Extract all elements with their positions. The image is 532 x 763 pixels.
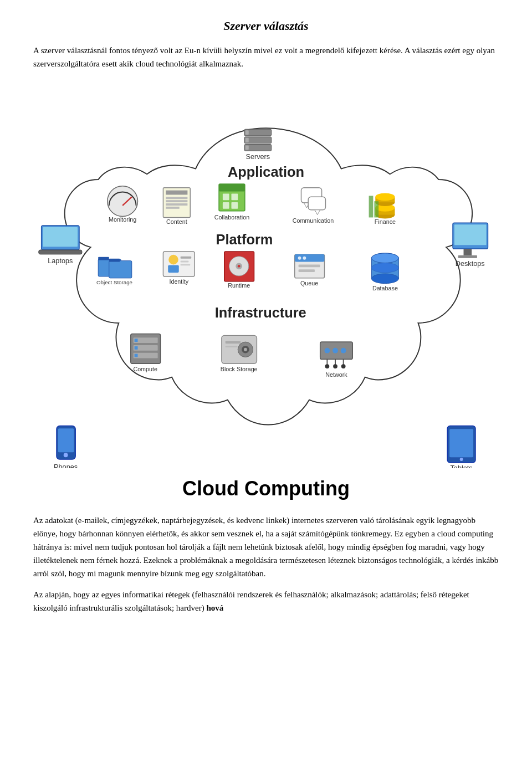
svg-rect-60 bbox=[163, 252, 195, 276]
svg-rect-87 bbox=[135, 339, 138, 342]
page-title: Szerver választás bbox=[33, 17, 499, 35]
svg-rect-53 bbox=[374, 201, 378, 217]
intro-paragraph: A szerver választásnál fontos tényező vo… bbox=[33, 44, 499, 70]
svg-text:Compute: Compute bbox=[133, 366, 157, 372]
compute-icon: Compute bbox=[131, 334, 161, 372]
svg-text:Network: Network bbox=[325, 371, 347, 378]
svg-point-70 bbox=[238, 265, 241, 268]
cloud-diagram: Servers Laptops Desktops Phones bbox=[33, 80, 499, 468]
svg-rect-77 bbox=[299, 269, 315, 272]
svg-point-107 bbox=[325, 364, 329, 368]
svg-rect-58 bbox=[109, 259, 120, 262]
svg-rect-14 bbox=[458, 255, 477, 258]
svg-point-75 bbox=[303, 257, 306, 260]
object-storage-icon: Object Storage bbox=[96, 257, 132, 285]
svg-text:Runtime: Runtime bbox=[228, 282, 250, 289]
svg-point-24 bbox=[108, 186, 138, 217]
desktops-group: Desktops bbox=[453, 223, 488, 268]
svg-text:Communication: Communication bbox=[293, 217, 334, 224]
svg-text:Desktops: Desktops bbox=[456, 260, 485, 268]
svg-rect-3 bbox=[245, 138, 249, 142]
svg-rect-29 bbox=[166, 197, 187, 199]
svg-rect-35 bbox=[219, 184, 245, 192]
svg-rect-9 bbox=[39, 250, 82, 254]
svg-rect-63 bbox=[181, 257, 192, 259]
svg-point-96 bbox=[244, 348, 247, 351]
platform-label: Platform bbox=[216, 232, 273, 247]
svg-rect-13 bbox=[464, 249, 472, 255]
laptops-group: Laptops bbox=[39, 226, 82, 265]
svg-rect-76 bbox=[299, 264, 320, 267]
svg-rect-28 bbox=[166, 191, 187, 195]
svg-text:Content: Content bbox=[166, 218, 187, 225]
svg-rect-21 bbox=[449, 429, 473, 457]
svg-text:Finance: Finance bbox=[375, 218, 396, 225]
infrastructure-label: Infrastructure bbox=[215, 305, 306, 320]
monitoring-icon: Monitoring bbox=[108, 186, 138, 223]
svg-rect-97 bbox=[226, 341, 241, 344]
svg-point-102 bbox=[332, 348, 338, 354]
svg-text:Tablets: Tablets bbox=[451, 464, 473, 468]
svg-rect-64 bbox=[181, 261, 189, 263]
svg-rect-52 bbox=[369, 196, 374, 217]
svg-text:Servers: Servers bbox=[245, 153, 270, 161]
runtime-icon: Runtime bbox=[224, 252, 254, 289]
svg-rect-62 bbox=[168, 265, 179, 273]
svg-point-108 bbox=[333, 364, 337, 368]
body-paragraph-2-text: Az alapján, hogy az egyes informatikai r… bbox=[33, 590, 469, 612]
servers-group: Servers bbox=[244, 129, 272, 161]
svg-point-61 bbox=[168, 255, 178, 265]
svg-text:Database: Database bbox=[372, 285, 398, 291]
svg-rect-36 bbox=[223, 193, 229, 200]
svg-rect-43 bbox=[308, 197, 325, 209]
svg-rect-17 bbox=[58, 428, 74, 452]
svg-point-74 bbox=[298, 257, 301, 260]
svg-rect-12 bbox=[454, 224, 487, 245]
svg-point-51 bbox=[375, 193, 395, 201]
svg-rect-89 bbox=[135, 346, 138, 350]
database-icon: Database bbox=[371, 253, 398, 291]
svg-text:Phones: Phones bbox=[54, 463, 78, 468]
svg-point-83 bbox=[371, 253, 398, 263]
body-paragraph-2: Az alapján, hogy az egyes informatikai r… bbox=[33, 588, 499, 615]
block-storage-icon: Block Storage bbox=[221, 335, 258, 372]
svg-rect-32 bbox=[166, 207, 179, 209]
svg-text:Block Storage: Block Storage bbox=[221, 366, 258, 372]
svg-point-18 bbox=[64, 453, 68, 457]
svg-rect-8 bbox=[43, 227, 78, 247]
svg-rect-38 bbox=[223, 202, 229, 209]
svg-point-109 bbox=[341, 364, 346, 368]
content-icon: Content bbox=[163, 188, 190, 225]
svg-text:Monitoring: Monitoring bbox=[109, 216, 136, 223]
application-label: Application bbox=[228, 164, 304, 180]
svg-text:Queue: Queue bbox=[300, 280, 318, 286]
svg-rect-1 bbox=[245, 130, 249, 135]
svg-point-22 bbox=[460, 458, 463, 461]
svg-text:Collaboration: Collaboration bbox=[214, 214, 249, 221]
svg-rect-57 bbox=[109, 261, 132, 278]
svg-rect-31 bbox=[166, 203, 187, 206]
svg-point-103 bbox=[341, 348, 346, 354]
svg-rect-37 bbox=[231, 193, 238, 200]
phones-group: Phones bbox=[54, 426, 78, 468]
svg-point-81 bbox=[371, 274, 398, 284]
svg-text:Laptops: Laptops bbox=[48, 257, 73, 265]
body-paragraph-1: Az adatokat (e-mailek, címjegyzékek, nap… bbox=[33, 514, 499, 580]
svg-rect-65 bbox=[181, 264, 191, 265]
cloud-computing-title: Cloud Computing bbox=[33, 474, 499, 504]
svg-rect-56 bbox=[98, 257, 109, 260]
body-paragraph-2-bold: hová bbox=[204, 603, 224, 612]
tablets-group: Tablets bbox=[447, 426, 475, 468]
svg-rect-5 bbox=[245, 146, 249, 150]
svg-rect-98 bbox=[226, 346, 237, 347]
svg-text:Object Storage: Object Storage bbox=[96, 279, 132, 285]
svg-point-101 bbox=[324, 348, 330, 354]
svg-point-82 bbox=[371, 263, 398, 273]
svg-rect-30 bbox=[166, 200, 187, 202]
collaboration-icon: Collaboration bbox=[214, 184, 249, 221]
svg-text:Identity: Identity bbox=[169, 278, 188, 285]
svg-rect-91 bbox=[135, 354, 138, 357]
svg-rect-39 bbox=[231, 202, 238, 209]
